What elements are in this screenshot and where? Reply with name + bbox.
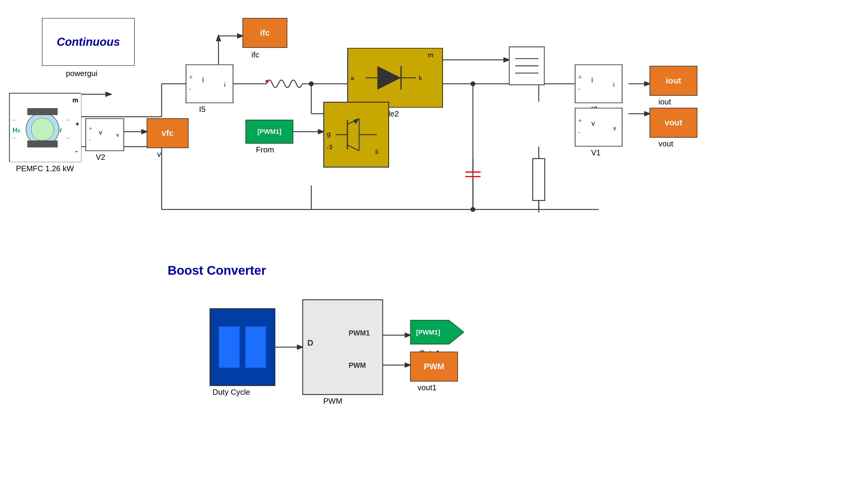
from-sublabel: From [256, 145, 274, 154]
svg-text:E: E [375, 149, 379, 155]
svg-text:v: v [99, 129, 102, 136]
svg-rect-41 [28, 108, 58, 115]
svg-text:→: → [10, 135, 16, 141]
svg-text:+: + [89, 125, 92, 132]
capacitor: + [464, 159, 482, 196]
svg-text:-: - [578, 129, 580, 136]
svg-rect-42 [28, 141, 58, 147]
svg-text:PWM: PWM [349, 361, 366, 369]
svg-text:m: m [72, 96, 79, 104]
svg-point-54 [266, 80, 269, 83]
svg-point-21 [470, 207, 475, 212]
from-block[interactable]: [PWM1] [245, 120, 293, 143]
diode2-block[interactable]: m a k [347, 48, 443, 108]
svg-text:g: g [327, 130, 331, 138]
I5-block[interactable]: + - i i [186, 64, 234, 103]
svg-text:→: → [65, 117, 70, 123]
V1-label: V1 [591, 148, 601, 157]
svg-text:[PWM1]: [PWM1] [416, 328, 440, 336]
inductor [260, 75, 311, 94]
vfc-sublabel: v [157, 150, 161, 159]
svg-text:→: → [10, 117, 16, 123]
vout-sublabel: vout [658, 139, 673, 149]
pemfc-block[interactable]: m + - H₂ Air → → → → [9, 93, 81, 162]
svg-text:v: v [613, 125, 616, 131]
svg-text:a: a [351, 75, 354, 82]
powergui-block: Continuous [42, 18, 135, 66]
ifc-block[interactable]: ifc [243, 18, 287, 48]
powergui-label: powergui [66, 69, 98, 78]
svg-text:D: D [307, 338, 313, 347]
svg-rect-103 [245, 326, 266, 367]
V2-label: V2 [96, 153, 105, 162]
mosfet-block[interactable]: g -3 E [323, 102, 389, 168]
vout-block[interactable]: vout [650, 108, 698, 138]
svg-rect-102 [219, 326, 240, 367]
svg-text:-: - [89, 136, 91, 143]
svg-rect-78 [575, 65, 622, 103]
svg-rect-47 [186, 65, 233, 103]
svg-text:-3: -3 [327, 143, 333, 151]
ifc-sublabel: ifc [251, 50, 259, 60]
pwm-out-block[interactable]: PWM [410, 352, 458, 382]
svg-point-12 [470, 82, 475, 86]
svg-text:v: v [591, 119, 595, 127]
svg-text:+: + [75, 120, 79, 128]
pwm-label: PWM [323, 396, 342, 406]
duty-cycle-block[interactable] [210, 308, 275, 386]
svg-text:i: i [613, 82, 615, 88]
svg-rect-94 [533, 159, 545, 200]
svg-text:+: + [189, 74, 193, 81]
svg-text:+: + [578, 74, 582, 81]
svg-text:H₂: H₂ [12, 126, 20, 134]
svg-text:-: - [189, 85, 191, 93]
resistor [530, 147, 548, 214]
svg-rect-63 [324, 102, 389, 167]
pwm-block[interactable]: D PWM1 PWM [302, 299, 383, 395]
V1-block[interactable]: + - v v [575, 108, 623, 147]
svg-text:+: + [481, 168, 482, 174]
scope-block[interactable] [509, 46, 545, 85]
pwm-out-sublabel: vout1 [417, 383, 437, 392]
svg-text:v: v [117, 132, 119, 138]
svg-text:i: i [202, 76, 204, 84]
duty-cycle-label: Duty Cycle [213, 387, 250, 397]
vfc-block[interactable]: vfc [147, 118, 189, 148]
I5-label: I5 [199, 105, 206, 114]
svg-text:i: i [224, 82, 225, 88]
svg-text:PWM1: PWM1 [349, 329, 370, 337]
iout-sublabel: iout [658, 97, 671, 106]
goto1-block[interactable]: [PWM1] [410, 317, 464, 348]
boost-converter-label: Boost Converter [167, 263, 266, 278]
svg-text:→: → [65, 135, 70, 141]
svg-text:m: m [428, 51, 433, 59]
svg-text:-: - [578, 85, 580, 93]
svg-text:i: i [591, 76, 593, 84]
svg-rect-104 [303, 300, 382, 394]
V2-block[interactable]: + - v v [85, 118, 124, 151]
I6-block[interactable]: + - i i [575, 64, 623, 103]
iout-block[interactable]: iout [650, 66, 698, 96]
svg-point-40 [31, 118, 54, 141]
svg-text:+: + [578, 117, 582, 124]
pemfc-label: PEMFC 1.26 kW [10, 164, 79, 173]
svg-text:-: - [75, 147, 78, 155]
continuous-label: Continuous [57, 36, 120, 49]
svg-text:k: k [419, 75, 422, 82]
